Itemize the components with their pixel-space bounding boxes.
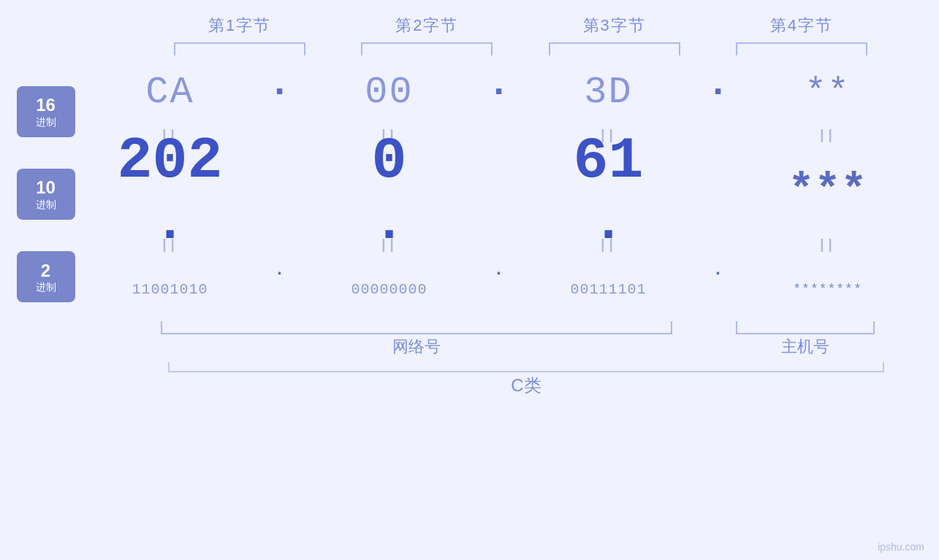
sep-eq2-3 — [704, 231, 733, 260]
dec-label-badge: 10 进制 — [17, 169, 75, 220]
byte2-header: 第2字节 — [333, 15, 520, 37]
hex-byte4: ** — [733, 63, 923, 121]
class-bracket — [146, 362, 906, 372]
bracket-top-2 — [361, 42, 493, 55]
sep-dec-2 — [484, 150, 514, 231]
dec-row: 202 . 0 . 61 . *** — [75, 150, 923, 231]
hex-byte3: 3D — [514, 63, 704, 121]
equals-row-2: II II II II — [75, 231, 923, 260]
hex-byte1: CA — [75, 63, 265, 121]
hex-row: CA . 00 . 3D . ** — [75, 63, 923, 121]
byte4-header: 第4字节 — [708, 15, 895, 37]
byte1-header: 第1字节 — [146, 15, 333, 37]
network-label: 网络号 — [146, 336, 687, 358]
host-label: 主机号 — [715, 336, 895, 358]
eq2-byte4: II — [733, 231, 923, 260]
sep-eq1-3 — [704, 121, 733, 150]
class-label: C类 — [146, 374, 906, 397]
bottom-brackets — [146, 321, 895, 334]
sep-eq1-1 — [265, 121, 294, 150]
eq1-byte4: II — [733, 121, 923, 150]
bracket-top-4 — [736, 42, 867, 55]
dot-hex-3: . — [704, 63, 733, 121]
bin-byte2: 00000000 — [294, 260, 484, 318]
dec-byte2: 0 . — [294, 150, 484, 231]
network-bracket — [146, 321, 687, 334]
eq2-byte3: II — [514, 231, 704, 260]
content-area: 16 进制 10 进制 2 进制 CA . — [44, 63, 895, 318]
bracket-top-3 — [549, 42, 680, 55]
byte-headers: 第1字节 第2字节 第3字节 第4字节 — [44, 15, 895, 37]
bottom-section: 网络号 主机号 — [44, 321, 895, 358]
eq2-byte2: II — [294, 231, 484, 260]
dec-byte3: 61 . — [514, 150, 704, 231]
bin-row: 11001010 . 00000000 . 00111101 . — [75, 260, 923, 318]
bin-byte1: 11001010 — [75, 260, 265, 318]
byte3-header: 第3字节 — [521, 15, 708, 37]
dot-bin-1: . — [265, 260, 294, 318]
dot-hex-1: . — [265, 63, 294, 121]
watermark: ipshu.com — [878, 541, 924, 553]
network-host-labels: 网络号 主机号 — [146, 336, 895, 358]
sep-dec-1 — [265, 150, 294, 231]
label-column: 16 进制 10 进制 2 进制 — [17, 63, 75, 318]
dot-bin-2: . — [484, 260, 514, 318]
dec-byte1: 202 . — [75, 150, 265, 231]
main-container: 第1字节 第2字节 第3字节 第4字节 16 进制 10 进制 2 进制 — [0, 0, 939, 560]
sep-dec-3 — [704, 150, 733, 231]
bin-label-badge: 2 进制 — [17, 251, 75, 302]
top-brackets — [44, 42, 895, 55]
bracket-top-1 — [174, 42, 305, 55]
host-bracket — [715, 321, 895, 334]
sep-eq2-1 — [265, 231, 294, 260]
data-rows: CA . 00 . 3D . ** — [75, 63, 923, 318]
hex-byte2: 00 — [294, 63, 484, 121]
class-section: C类 — [44, 362, 895, 397]
sep-eq2-2 — [484, 231, 514, 260]
dec-byte4: *** — [733, 150, 923, 231]
sep-eq1-2 — [484, 121, 514, 150]
dot-hex-2: . — [484, 63, 514, 121]
eq2-byte1: II — [75, 231, 265, 260]
bin-byte4: ******** — [733, 260, 923, 318]
dot-bin-3: . — [704, 260, 733, 318]
bin-byte3: 00111101 — [514, 260, 704, 318]
hex-label-badge: 16 进制 — [17, 86, 75, 137]
